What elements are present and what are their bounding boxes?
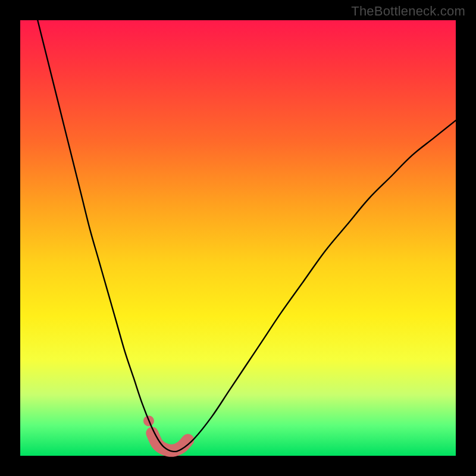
plot-area: [20, 20, 456, 456]
curve-layer: [20, 20, 456, 456]
highlight-segment: [143, 415, 188, 450]
watermark-text: TheBottleneck.com: [351, 4, 465, 19]
bottleneck-curve: [37, 20, 456, 452]
chart-stage: TheBottleneck.com: [0, 0, 476, 476]
